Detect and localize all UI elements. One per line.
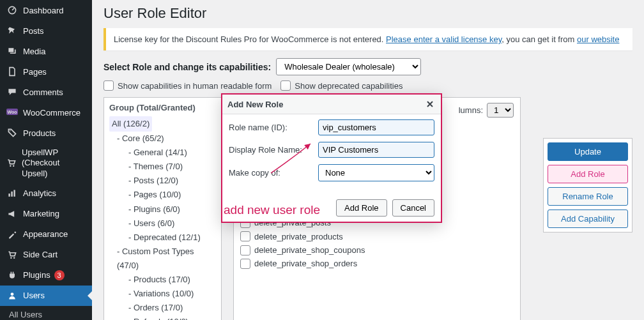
sidebar-item-analytics[interactable]: Analytics bbox=[0, 183, 92, 204]
megaphone-icon bbox=[6, 208, 18, 220]
woocommerce-icon: Woo bbox=[6, 107, 18, 118]
add-capability-button[interactable]: Add Capability bbox=[548, 210, 628, 228]
sidebar-sub-all-users[interactable]: All Users bbox=[0, 306, 92, 320]
group-item[interactable]: Posts (12/0) bbox=[109, 174, 216, 188]
svg-point-11 bbox=[13, 257, 15, 258]
group-item[interactable]: Refunds (10/0) bbox=[109, 315, 216, 320]
display-name-input[interactable] bbox=[318, 142, 434, 158]
group-item[interactable]: All (126/2) bbox=[109, 116, 152, 132]
group-item[interactable]: Products (17/0) bbox=[109, 273, 216, 287]
plugin-icon bbox=[6, 270, 18, 281]
columns-label: lumns: bbox=[459, 105, 483, 115]
sidebar-item-media[interactable]: Media bbox=[0, 41, 92, 61]
dashboard-icon bbox=[6, 4, 18, 16]
media-icon bbox=[6, 45, 18, 57]
svg-point-4 bbox=[10, 130, 11, 132]
our-website-link[interactable]: our website bbox=[577, 34, 619, 44]
sidebar-item-marketing[interactable]: Marketing bbox=[0, 204, 92, 224]
capability-checkbox[interactable] bbox=[240, 231, 250, 241]
group-header: Group (Total/Granted) bbox=[109, 103, 216, 112]
capability-label: delete_private_products bbox=[254, 230, 343, 243]
products-icon bbox=[6, 127, 18, 139]
page-icon bbox=[6, 66, 18, 77]
sidebar-item-label: Posts bbox=[23, 26, 44, 36]
sidebar-item-users[interactable]: Users bbox=[0, 286, 92, 306]
group-item[interactable]: Users (6/0) bbox=[109, 217, 216, 231]
role-id-input[interactable] bbox=[318, 119, 434, 135]
readable-form-check[interactable]: Show capabilities in human readable form bbox=[103, 80, 272, 91]
group-item[interactable]: Orders (17/0) bbox=[109, 301, 216, 315]
notice-text: , you can get it from bbox=[502, 34, 577, 44]
capability-checkbox[interactable] bbox=[240, 259, 250, 269]
add-role-modal: Add New Role Role name (ID): Display Rol… bbox=[221, 93, 442, 223]
cart-icon bbox=[6, 249, 18, 261]
group-item[interactable]: Deprecated (12/1) bbox=[109, 231, 216, 245]
notice-text: License key for the Discount Rules Pro f… bbox=[114, 34, 386, 44]
svg-point-12 bbox=[11, 293, 14, 296]
sidebar-item-woocommerce[interactable]: WooWooCommerce bbox=[0, 102, 92, 123]
sidebar-item-comments[interactable]: Comments bbox=[0, 82, 92, 102]
annotation-text: add new user role bbox=[224, 203, 320, 217]
admin-sidebar: Dashboard Posts Media Pages Comments Woo… bbox=[0, 0, 92, 320]
group-list: All (126/2)Core (65/2)General (14/1)Them… bbox=[109, 116, 216, 320]
update-button[interactable]: Update bbox=[548, 142, 628, 161]
display-name-label: Display Role Name: bbox=[229, 145, 318, 155]
sidebar-item-label: Appearance bbox=[23, 229, 68, 239]
rename-role-button[interactable]: Rename Role bbox=[548, 187, 628, 206]
sidebar-item-label: Products bbox=[23, 128, 56, 138]
sidebar-item-appearance[interactable]: Appearance bbox=[0, 224, 92, 245]
svg-rect-1 bbox=[8, 48, 13, 52]
sidebar-item-pages[interactable]: Pages bbox=[0, 61, 92, 82]
capability-item[interactable]: delete_private_products bbox=[240, 230, 514, 243]
svg-point-10 bbox=[10, 257, 12, 258]
deprecated-checkbox[interactable] bbox=[280, 80, 291, 91]
group-item[interactable]: Custom Post Types (47/0) bbox=[109, 245, 216, 273]
close-icon[interactable] bbox=[424, 98, 436, 110]
capability-label: delete_private_shop_coupons bbox=[254, 243, 365, 257]
readable-form-checkbox[interactable] bbox=[103, 80, 114, 91]
group-item[interactable]: Core (65/2) bbox=[109, 132, 216, 146]
svg-rect-7 bbox=[8, 194, 10, 197]
group-item[interactable]: Variations (10/0) bbox=[109, 287, 216, 301]
columns-select[interactable]: 1 bbox=[487, 103, 514, 118]
sidebar-item-upsellwp[interactable]: UpsellWP (Checkout Upsell) bbox=[0, 143, 92, 183]
add-role-button[interactable]: Add Role bbox=[548, 165, 628, 183]
sidebar-item-label: Analytics bbox=[23, 188, 56, 198]
sidebar-item-label: WooCommerce bbox=[23, 108, 80, 118]
copy-of-select[interactable]: None bbox=[318, 164, 434, 181]
sidebar-item-label: Comments bbox=[23, 88, 63, 97]
sidebar-item-plugins[interactable]: Plugins3 bbox=[0, 265, 92, 286]
capability-item[interactable]: delete_private_shop_orders bbox=[240, 257, 514, 270]
sidebar-item-sidecart[interactable]: Side Cart bbox=[0, 245, 92, 265]
select-role-label: Select Role and change its capabilities: bbox=[103, 62, 271, 72]
deprecated-check[interactable]: Show deprecated capabilities bbox=[280, 80, 402, 91]
sidebar-item-label: Dashboard bbox=[23, 6, 64, 15]
checkbox-label: Show deprecated capabilities bbox=[295, 81, 402, 91]
modal-add-role-button[interactable]: Add Role bbox=[336, 199, 387, 217]
role-id-label: Role name (ID): bbox=[229, 123, 318, 132]
svg-text:Woo: Woo bbox=[7, 110, 17, 114]
sidebar-item-label: Media bbox=[23, 47, 45, 56]
comment-icon bbox=[6, 86, 18, 98]
group-item[interactable]: General (14/1) bbox=[109, 146, 216, 160]
capability-checkbox[interactable] bbox=[240, 245, 250, 255]
sidebar-item-dashboard[interactable]: Dashboard bbox=[0, 0, 92, 20]
sidebar-item-posts[interactable]: Posts bbox=[0, 20, 92, 41]
users-icon bbox=[6, 290, 18, 301]
sidebar-item-products[interactable]: Products bbox=[0, 123, 92, 143]
group-item[interactable]: Plugins (6/0) bbox=[109, 202, 216, 217]
brush-icon bbox=[6, 229, 18, 240]
sidebar-item-label: Marketing bbox=[23, 209, 59, 218]
role-select[interactable]: Wholesale Dealer (wholesale) bbox=[276, 58, 421, 75]
modal-cancel-button[interactable]: Cancel bbox=[392, 199, 434, 217]
analytics-icon bbox=[6, 188, 18, 199]
sidebar-item-label: Side Cart bbox=[23, 250, 57, 259]
capability-item[interactable]: delete_private_shop_coupons bbox=[240, 243, 514, 257]
group-item[interactable]: Pages (10/0) bbox=[109, 188, 216, 202]
svg-point-6 bbox=[13, 165, 14, 167]
svg-rect-9 bbox=[13, 190, 15, 196]
group-item[interactable]: Themes (7/0) bbox=[109, 160, 216, 174]
license-notice: License key for the Discount Rules Pro f… bbox=[103, 28, 632, 50]
enter-license-link[interactable]: Please enter a valid license key bbox=[386, 34, 502, 44]
sidebar-item-label: UpsellWP (Checkout Upsell) bbox=[22, 148, 87, 179]
